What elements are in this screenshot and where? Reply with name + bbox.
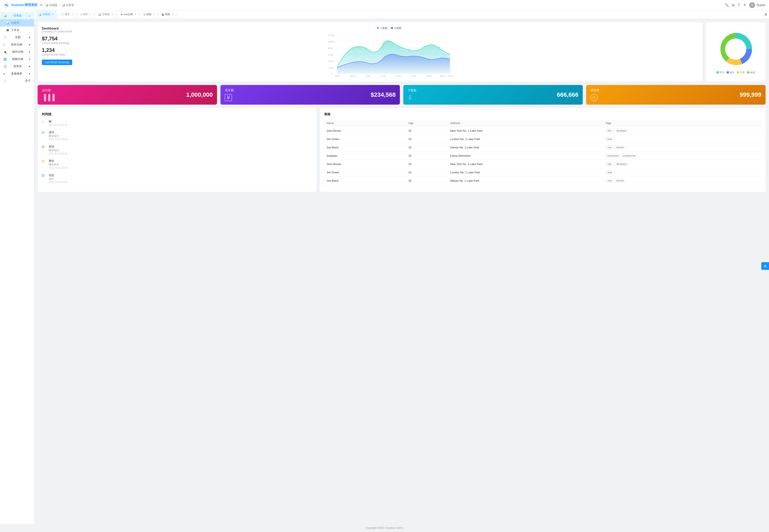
username: Super: [756, 3, 766, 7]
sidebar-item-components[interactable]: □ 组件示例 ▼: [0, 41, 34, 48]
last-month-summary-button[interactable]: Last Month Summary: [42, 60, 72, 65]
cell-age: 32: [406, 143, 448, 152]
sidebar-docs-icon: 📄: [3, 36, 7, 39]
sidebar-error-icon: 📋: [3, 65, 7, 68]
collapse-button[interactable]: ≡: [40, 3, 42, 7]
cell-address: New York No. 1 Lake Park: [448, 127, 603, 135]
svg-text:10,000: 10,000: [328, 41, 334, 43]
header-actions: 🔍 ⊕ ⠿ ☀ S Super: [725, 2, 766, 8]
legend-entertainment-label: 娱乐: [730, 71, 734, 74]
tab-button[interactable]: ⊙ 按钮 ✕: [141, 10, 158, 19]
tab-workbench-close[interactable]: ✕: [111, 13, 113, 16]
tag-cool: cool: [605, 145, 614, 149]
cell-name: John Brown: [324, 160, 406, 168]
cell-address: New York No. 1 Lake Park: [448, 160, 603, 168]
tab-table-label: 表格: [165, 13, 170, 16]
sidebar-item-multilevel[interactable]: ≡ 多级菜单 ▼: [0, 70, 34, 77]
tag-nice: nice: [605, 162, 614, 166]
breadcrumb-item-dashboard: 📊 仪表盘: [45, 3, 58, 7]
stat-card-transactions: 成交数 Ⓡ 999,999: [586, 85, 766, 105]
stats-row: 访问量 ▐▐▐ 1,000,000 成交额 ¥ $234,568: [38, 85, 766, 105]
tag-programmer: programmer: [621, 154, 638, 158]
sidebar-analysis-icon: 📊: [6, 21, 9, 25]
sidebar-item-analysis[interactable]: 📊 分析页: [0, 19, 34, 26]
svg-text:16:00: 16:00: [411, 75, 416, 77]
svg-point-29: [725, 38, 746, 60]
tab-workbench-label: 工作台: [102, 13, 110, 16]
search-icon[interactable]: 🔍: [725, 3, 729, 7]
tab-vue-close[interactable]: ✕: [135, 13, 136, 16]
tag-developer: developer: [614, 162, 629, 166]
tab-card[interactable]: □ 卡片 ✕: [78, 10, 94, 19]
tab-table-close[interactable]: ✕: [172, 13, 173, 16]
table-row: Jim Green 42 London No. 1 Lake Park wow: [324, 135, 761, 143]
cell-age: 32: [406, 177, 448, 185]
tab-analysis[interactable]: 📊 分析页 ✕: [36, 10, 56, 19]
sidebar-item-dashboard[interactable]: 📊 仪表盘 ▲: [0, 12, 34, 19]
col-age: Age: [406, 120, 448, 127]
tab-about[interactable]: 📄 关于 ✕: [58, 10, 76, 19]
cell-name: Jim Green: [324, 168, 406, 177]
timeline-dot-warning: [42, 160, 44, 162]
github-icon[interactable]: ⊕: [732, 3, 735, 7]
sidebar-item-auth[interactable]: 🌐 权限示例 ▼: [0, 56, 34, 63]
svg-text:2,000: 2,000: [328, 67, 333, 69]
legend-entertainment-color: [727, 71, 729, 73]
tab-analysis-close[interactable]: ✕: [52, 13, 54, 16]
header: Soybean管理系统 ≡ 📊 仪表盘 / 📊 分析页 🔍 ⊕ ⠿ ☀ S Su…: [0, 0, 769, 10]
tab-vue-label: vue文档: [124, 13, 133, 16]
sidebar-plugins-label: 插件示例: [12, 50, 23, 54]
tab-workbench[interactable]: 📊 工作台 ✕: [95, 10, 116, 19]
timeline-title: 时间线: [42, 112, 312, 116]
sidebar-about-label: 关于: [25, 79, 31, 83]
settings-fab-button[interactable]: ⚙: [761, 262, 769, 270]
cell-tags: coolteacher: [603, 177, 761, 185]
sidebar-item-error[interactable]: 📋 异常页 ▼: [0, 63, 34, 70]
sales-value: 1,234: [42, 47, 76, 53]
sidebar-item-about[interactable]: 📄 关于: [0, 77, 34, 85]
theme-icon[interactable]: ☀: [743, 3, 746, 7]
timeline-item-title-3: 警告: [49, 159, 312, 163]
grid-icon[interactable]: ⠿: [738, 3, 740, 7]
chevron-down-icon: ▼: [28, 36, 31, 39]
user-avatar-wrap[interactable]: S Super: [749, 2, 766, 8]
tab-about-close[interactable]: ✕: [72, 13, 73, 16]
donut-chart: [716, 30, 755, 68]
timeline-item-desc-1: 哪里成功: [49, 134, 312, 138]
tab-button-label: 按钮: [146, 13, 151, 16]
cell-name: Soybean: [324, 152, 406, 160]
table-row: John Brown 32 New York No. 1 Lake Park n…: [324, 160, 761, 168]
sidebar-item-workbench[interactable]: 💻 工作台: [0, 26, 34, 34]
svg-text:24:00: 24:00: [448, 75, 453, 77]
svg-text:0: 0: [331, 73, 332, 75]
svg-point-27: [409, 49, 411, 51]
sidebar-analysis-label: 分析页: [11, 21, 19, 25]
sidebar-item-plugins[interactable]: 🔌 插件示例 ▼: [0, 48, 34, 56]
earnings-value: $7,754: [42, 36, 76, 42]
chart-legend: 下载量 注册数: [80, 26, 698, 30]
svg-text:14:00: 14:00: [396, 75, 401, 77]
tab-card-icon: □: [80, 13, 82, 16]
timeline-item-info: 信息 是的 2021-10-10 20:46: [46, 173, 312, 183]
timeline-card: 时间线 啊 2021-10-10 20:46 成功 哪里成功: [38, 108, 316, 192]
tab-refresh-button[interactable]: ↻: [765, 13, 767, 16]
tag-nice: nice: [605, 129, 614, 133]
chevron-up-icon: ▲: [28, 15, 31, 17]
tab-analysis-label: 分析页: [42, 13, 50, 16]
chevron-down-icon-6: ▼: [28, 73, 31, 75]
tab-card-close[interactable]: ✕: [89, 13, 91, 16]
tab-analysis-icon: 📊: [38, 13, 42, 16]
tab-table[interactable]: ▦ 表格 ✕: [159, 10, 176, 19]
tag-cool: cool: [605, 179, 614, 183]
svg-text:20:00: 20:00: [440, 75, 445, 77]
tab-button-close[interactable]: ✕: [153, 13, 155, 16]
tab-vue-docs[interactable]: ▼ vue文档 ✕: [118, 10, 139, 19]
sidebar: 📊 仪表盘 ▲ 📊 分析页 💻 工作台 📄 文档 ▼: [0, 10, 34, 524]
sidebar-item-docs[interactable]: 📄 文档 ▼: [0, 34, 34, 41]
svg-text:6,000: 6,000: [328, 54, 333, 56]
dashboard-title: Dashboard: [42, 26, 76, 30]
chevron-down-icon-5: ▼: [28, 65, 31, 68]
cell-age: 32: [406, 160, 448, 168]
stat-downloads-label: 下载数: [408, 89, 417, 92]
timeline-item-desc-4: 是的: [49, 177, 312, 181]
